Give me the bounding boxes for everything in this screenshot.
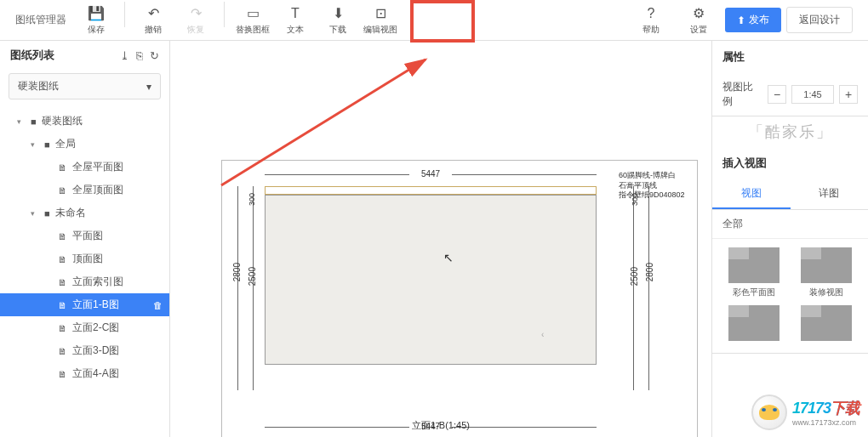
add-page-icon[interactable]: ⎘ bbox=[136, 49, 143, 62]
canvas-area[interactable]: 5447 5447 2800 2500 300 2800 2500 300 60… bbox=[170, 41, 711, 437]
tree-toggle-icon[interactable]: ▾ bbox=[31, 140, 39, 149]
gear-icon: ⚙ bbox=[693, 5, 705, 22]
insert-view-header: 插入视图 bbox=[712, 147, 868, 179]
dimension-top: 5447 bbox=[265, 169, 597, 179]
tree-item[interactable]: ▾■未命名 bbox=[0, 201, 169, 224]
edit-view-button[interactable]: ⊡ 编辑视图 bbox=[359, 2, 402, 39]
tree-label: 未命名 bbox=[55, 206, 86, 220]
undo-icon: ↶ bbox=[148, 5, 159, 22]
tree-label: 全屋平面图 bbox=[72, 160, 123, 174]
refresh-icon[interactable]: ↻ bbox=[150, 49, 159, 62]
save-button[interactable]: 💾 保存 bbox=[75, 2, 117, 39]
drawing-type-select[interactable]: 硬装图纸 ▾ bbox=[9, 73, 161, 99]
tree-label: 立面索引图 bbox=[72, 275, 123, 289]
frame-icon: ▭ bbox=[247, 5, 260, 22]
ratio-value[interactable]: 1:45 bbox=[791, 85, 834, 104]
cursor-icon: ↖ bbox=[443, 251, 454, 264]
watermark-text: 「酷家乐」 bbox=[712, 116, 868, 147]
publish-button[interactable]: ⬆ 发布 bbox=[725, 8, 781, 32]
undo-button[interactable]: ↶ 撤销 bbox=[132, 2, 174, 39]
file-icon: 🗎 bbox=[58, 254, 67, 264]
view-thumbnail bbox=[801, 305, 852, 341]
app-title: 图纸管理器 bbox=[7, 13, 75, 27]
site-logo: 17173下载 www.17173xz.com bbox=[751, 394, 859, 430]
ratio-decrease-button[interactable]: − bbox=[768, 85, 786, 104]
category-all[interactable]: 全部 bbox=[712, 210, 868, 239]
folder-icon: ■ bbox=[31, 116, 37, 127]
tree-item[interactable]: 🗎立面2-C图 bbox=[0, 316, 169, 339]
tree-label: 顶面图 bbox=[72, 252, 103, 266]
view-thumbnail bbox=[728, 247, 779, 283]
dimension-left-inner: 2500 bbox=[248, 267, 257, 286]
file-icon: 🗎 bbox=[58, 369, 67, 379]
folder-icon: ■ bbox=[44, 139, 50, 150]
file-icon: 🗎 bbox=[58, 231, 67, 241]
save-icon: 💾 bbox=[88, 5, 105, 22]
properties-header: 属性 bbox=[712, 41, 868, 73]
redo-button[interactable]: ↷ 恢复 bbox=[174, 2, 217, 39]
folder-icon: ■ bbox=[44, 208, 50, 218]
insert-view-item[interactable]: 彩色平面图 bbox=[721, 247, 787, 298]
dimension-left-outer: 2800 bbox=[232, 263, 242, 281]
redo-icon: ↷ bbox=[191, 5, 202, 22]
tree-item[interactable]: 🗎全屋平面图 bbox=[0, 156, 169, 179]
tree-label: 全局 bbox=[55, 137, 76, 151]
dimension-right-outer: 2800 bbox=[645, 263, 654, 281]
tab-detail[interactable]: 详图 bbox=[791, 179, 869, 209]
chevron-down-icon: ▾ bbox=[146, 81, 151, 93]
text-button[interactable]: T 文本 bbox=[274, 2, 317, 39]
tree-label: 全屋顶面图 bbox=[72, 183, 123, 197]
drawing-frame[interactable]: 5447 5447 2800 2500 300 2800 2500 300 60… bbox=[221, 160, 698, 437]
tree-item[interactable]: 🗎立面1-B图🗑 bbox=[0, 293, 169, 316]
file-icon: 🗎 bbox=[58, 300, 67, 310]
tree-label: 立面4-A图 bbox=[72, 366, 119, 381]
tree-item[interactable]: ▾■硬装图纸 bbox=[0, 110, 169, 133]
file-icon: 🗎 bbox=[58, 323, 67, 333]
view-thumbnail bbox=[801, 247, 852, 283]
right-panel: 属性 视图比例 − 1:45 + 「酷家乐」 插入视图 视图 详图 全部 彩色平… bbox=[711, 41, 868, 437]
drawing-title: 立面1-B(1:45) bbox=[412, 419, 470, 432]
file-icon: 🗎 bbox=[58, 346, 67, 356]
chevron-left-icon[interactable]: ‹ bbox=[541, 330, 555, 343]
insert-view-item[interactable] bbox=[794, 305, 860, 344]
tree-toggle-icon[interactable]: ▾ bbox=[31, 209, 39, 218]
main-toolbar: 图纸管理器 💾 保存 ↶ 撤销 ↷ 恢复 ▭ 替换图框 T 文本 ⬇ 下载 ⊡ bbox=[0, 0, 868, 41]
insert-view-item[interactable]: 装修视图 bbox=[794, 247, 860, 298]
sidebar: 图纸列表 ⤓ ⎘ ↻ 硬装图纸 ▾ ▾■硬装图纸▾■全局🗎全屋平面图🗎全屋顶面图… bbox=[0, 41, 170, 437]
tree-label: 立面2-C图 bbox=[72, 321, 119, 335]
insert-view-item[interactable] bbox=[721, 305, 787, 344]
file-icon: 🗎 bbox=[58, 277, 67, 287]
back-button[interactable]: 返回设计 bbox=[786, 7, 853, 33]
tree-label: 立面1-B图 bbox=[72, 298, 119, 312]
dimension-right-inner: 2500 bbox=[630, 267, 639, 286]
tree-item[interactable]: 🗎平面图 bbox=[0, 224, 169, 247]
tree-label: 立面3-D图 bbox=[72, 343, 119, 358]
replace-frame-button[interactable]: ▭ 替换图框 bbox=[231, 2, 274, 39]
tree-label: 平面图 bbox=[72, 229, 103, 243]
drawing-tree: ▾■硬装图纸▾■全局🗎全屋平面图🗎全屋顶面图▾■未命名🗎平面图🗎顶面图🗎立面索引… bbox=[0, 106, 169, 389]
upload-icon: ⬆ bbox=[737, 14, 745, 26]
help-icon: ? bbox=[648, 5, 655, 22]
dimension-left-small: 300 bbox=[248, 193, 256, 206]
edit-view-icon: ⊡ bbox=[375, 5, 386, 22]
settings-button[interactable]: ⚙ 设置 bbox=[677, 2, 720, 39]
import-icon[interactable]: ⤓ bbox=[120, 49, 129, 62]
sidebar-title: 图纸列表 bbox=[10, 48, 54, 63]
tree-item[interactable]: 🗎顶面图 bbox=[0, 247, 169, 270]
file-icon: 🗎 bbox=[58, 185, 67, 196]
tab-view[interactable]: 视图 bbox=[712, 179, 791, 209]
help-button[interactable]: ? 帮助 bbox=[630, 2, 672, 39]
tree-item[interactable]: 🗎立面索引图 bbox=[0, 270, 169, 293]
tree-item[interactable]: ▾■全局 bbox=[0, 133, 169, 156]
ratio-label: 视图比例 bbox=[722, 80, 762, 109]
tree-item[interactable]: 🗎立面3-D图 bbox=[0, 339, 169, 362]
delete-icon[interactable]: 🗑 bbox=[153, 300, 163, 310]
tree-toggle-icon[interactable]: ▾ bbox=[17, 117, 26, 126]
material-annotation: 60踢脚线-博牌白 石膏平顶线 指令壁纸9D040802 bbox=[619, 171, 685, 201]
tree-item[interactable]: 🗎立面4-A图 bbox=[0, 362, 169, 385]
ratio-increase-button[interactable]: + bbox=[839, 85, 858, 104]
tree-item[interactable]: 🗎全屋顶面图 bbox=[0, 179, 169, 201]
logo-badge-icon bbox=[751, 394, 787, 430]
download-button[interactable]: ⬇ 下载 bbox=[317, 2, 359, 39]
view-thumbnail bbox=[728, 305, 779, 341]
